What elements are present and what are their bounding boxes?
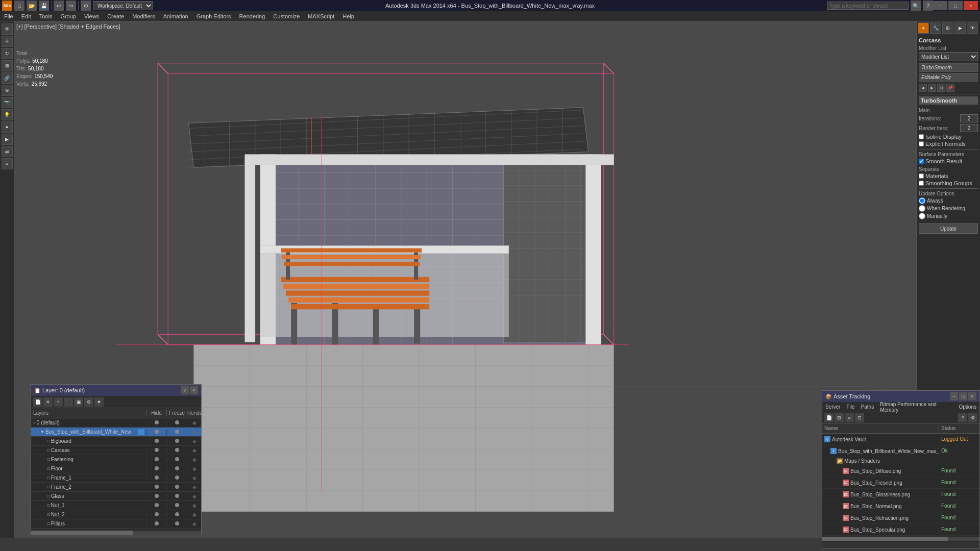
mirror-icon[interactable]: ⇌ xyxy=(2,146,13,157)
iterations-input[interactable] xyxy=(960,114,978,122)
modifier-turbosm[interactable]: TurboSmooth xyxy=(919,63,978,72)
layer-row[interactable]: □ Nut_1 ◉ xyxy=(31,501,201,510)
layers-scrollbar-thumb[interactable] xyxy=(31,531,133,535)
restore-button[interactable]: □ xyxy=(948,1,963,10)
asset-row[interactable]: 🖼 Bus_Stop_Normal.png Found xyxy=(822,500,979,512)
asset-menu-file[interactable]: File xyxy=(843,404,857,410)
mod-options-icon[interactable]: ⊡ xyxy=(937,84,945,92)
when-rendering-radio[interactable] xyxy=(919,205,925,212)
display-tab[interactable]: 👁 xyxy=(967,22,978,34)
asset-settings-icon[interactable]: ⚙ xyxy=(968,413,977,422)
search-icon[interactable]: 🔍 xyxy=(911,1,921,11)
asset-menu-bitmap[interactable]: Bitmap Performance and Memory xyxy=(877,402,955,413)
asset-close-button[interactable]: × xyxy=(968,392,976,400)
layers-close-button[interactable]: × xyxy=(190,386,198,394)
save-icon[interactable]: 💾 xyxy=(39,1,49,11)
menu-group[interactable]: Group xyxy=(56,11,80,21)
add-to-layer-icon[interactable]: + xyxy=(54,397,63,407)
asset-row[interactable]: 🖼 Bus_Stop_Specular.png Found xyxy=(822,524,979,536)
update-button[interactable]: Update xyxy=(919,223,978,234)
asset-restore-button[interactable]: □ xyxy=(959,392,967,400)
layer-row[interactable]: □ Nut_2 ◉ xyxy=(31,510,201,519)
layer-row[interactable]: □ Frame_2 ◉ xyxy=(31,483,201,492)
new-layer-icon[interactable]: 📄 xyxy=(33,397,42,407)
layer-properties-icon[interactable]: ⚙ xyxy=(84,397,93,407)
search-input[interactable] xyxy=(827,2,909,10)
delete-layer-icon[interactable]: ✕ xyxy=(43,397,53,407)
asset-menu-server[interactable]: Server xyxy=(822,404,843,410)
light-icon[interactable]: 💡 xyxy=(2,109,13,120)
hierarchy-tab[interactable]: ⊞ xyxy=(942,22,953,34)
close-button[interactable]: × xyxy=(964,1,978,10)
asset-help-icon[interactable]: ? xyxy=(958,413,967,422)
layer-row[interactable]: □ Pillars ◉ xyxy=(31,519,201,529)
menu-views[interactable]: Views xyxy=(80,11,103,21)
mod-pin-icon[interactable]: 📌 xyxy=(946,84,954,92)
asset-toolbar-icon1[interactable]: 📄 xyxy=(824,413,834,422)
manually-radio[interactable] xyxy=(919,213,925,219)
asset-row[interactable]: 📁 Maps / Shaders xyxy=(822,457,979,465)
mod-prev-icon[interactable]: ◄ xyxy=(919,84,927,92)
asset-scrollbar-h[interactable] xyxy=(822,537,979,541)
layer-row[interactable]: □ Frame_1 ◉ xyxy=(31,473,201,483)
asset-row[interactable]: V Autodesk Vault Logged Out xyxy=(822,434,979,445)
menu-animation[interactable]: Animation xyxy=(159,11,192,21)
redo-icon[interactable]: ↪ xyxy=(66,1,76,11)
menu-graph-editors[interactable]: Graph Editors xyxy=(192,11,235,21)
layer-row[interactable]: ▼ Bus_Stop_with_Billboard_White_New ◉ xyxy=(31,428,201,437)
asset-menu-paths[interactable]: Paths xyxy=(858,404,877,410)
motion-tab[interactable]: ▶ xyxy=(954,22,966,34)
menu-maxscript[interactable]: MAXScript xyxy=(304,11,338,21)
link-icon[interactable]: 🔗 xyxy=(2,72,13,84)
asset-row[interactable]: 🖼 Bus_Stop_Refraction.png Found xyxy=(822,512,979,524)
rotate-icon[interactable]: ↻ xyxy=(2,48,13,59)
asset-row[interactable]: 🖼 Bus_Stop_Glossiness.png Found xyxy=(822,489,979,500)
asset-row[interactable]: f Bus_Stop_with_Billboard_White_New_max_… xyxy=(822,445,979,457)
menu-create[interactable]: Create xyxy=(103,11,128,21)
move-icon[interactable]: ✛ xyxy=(2,36,13,47)
smoothing-groups-checkbox[interactable] xyxy=(919,181,924,186)
menu-rendering[interactable]: Rendering xyxy=(235,11,270,21)
align-icon[interactable]: ≡ xyxy=(2,158,13,169)
camera-icon[interactable]: 📷 xyxy=(2,97,13,108)
menu-help[interactable]: Help xyxy=(338,11,358,21)
layers-scrollbar[interactable] xyxy=(31,531,201,535)
menu-customize[interactable]: Customize xyxy=(269,11,304,21)
modifier-editable-poly[interactable]: Editable Poly xyxy=(919,73,978,82)
layer-row[interactable]: ○ 0 (default) ◉ xyxy=(31,418,201,428)
always-radio-row[interactable]: Always xyxy=(919,197,978,204)
asset-row[interactable]: 🖼 Bus_Stop_Diffuse.png Found xyxy=(822,465,979,477)
smooth-result-checkbox[interactable] xyxy=(919,159,924,164)
layer-row[interactable]: □ Fastening ◉ xyxy=(31,455,201,464)
menu-tools[interactable]: Tools xyxy=(35,11,57,21)
layer-row[interactable]: □ Glass ◉ xyxy=(31,492,201,501)
isoline-checkbox[interactable] xyxy=(919,134,924,139)
select-layer-icon[interactable]: ▣ xyxy=(74,397,83,407)
asset-toolbar-icon4[interactable]: ⊡ xyxy=(855,413,864,422)
asset-menu-options[interactable]: Options xyxy=(956,404,979,410)
modifier-list-dropdown[interactable]: Modifier List xyxy=(919,52,978,61)
select-objects-icon[interactable]: ⬛ xyxy=(64,397,73,407)
render-setup-icon[interactable]: ⚙ xyxy=(81,1,91,11)
asset-minimize-button[interactable]: − xyxy=(950,392,958,400)
expand-icon[interactable]: ▼ xyxy=(94,397,104,407)
render-icon[interactable]: ▶ xyxy=(2,134,13,145)
material-icon[interactable]: ● xyxy=(2,121,13,133)
open-icon[interactable]: 📂 xyxy=(27,1,37,11)
layers-help-button[interactable]: ? xyxy=(181,386,189,394)
minimize-button[interactable]: − xyxy=(933,1,947,10)
layer-row[interactable]: □ Bigboard ◉ xyxy=(31,437,201,446)
menu-edit[interactable]: Edit xyxy=(17,11,35,21)
asset-row[interactable]: 🖼 Bus_Stop_Fresnel.png Found xyxy=(822,477,979,489)
menu-file[interactable]: File xyxy=(0,11,17,21)
modify-tab[interactable]: 🔧 xyxy=(930,22,941,34)
asset-toolbar-icon3[interactable]: ≡ xyxy=(845,413,854,422)
menu-modifiers[interactable]: Modifiers xyxy=(128,11,159,21)
render-iters-input[interactable] xyxy=(960,124,978,132)
bind-icon[interactable]: ⊕ xyxy=(2,85,13,96)
layer-row[interactable]: □ Floor ◉ xyxy=(31,464,201,473)
undo-icon[interactable]: ↩ xyxy=(54,1,64,11)
when-rendering-radio-row[interactable]: When Rendering xyxy=(919,205,978,212)
workspace-dropdown[interactable]: Workspace: Default xyxy=(93,1,153,10)
scale-icon[interactable]: ⊠ xyxy=(2,60,13,71)
